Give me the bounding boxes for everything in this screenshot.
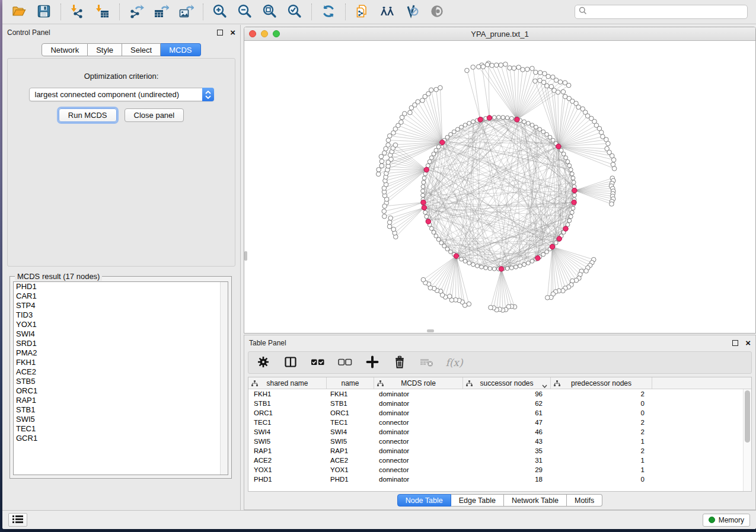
network-node[interactable] [465,68,470,73]
network-node[interactable] [554,241,558,245]
network-node[interactable] [545,84,550,88]
tab-style[interactable]: Style [88,43,122,56]
network-node[interactable] [503,62,508,67]
delete-column-button[interactable] [391,354,409,371]
network-node[interactable] [388,216,393,220]
network-node[interactable] [494,63,499,68]
network-node[interactable] [567,219,572,223]
network-hub-node[interactable] [499,267,503,271]
network-node[interactable] [501,116,505,120]
mcds-result-item[interactable]: PHD1 [14,282,228,291]
network-node[interactable] [551,138,555,142]
network-node[interactable] [541,130,546,134]
network-hub-node[interactable] [535,256,540,261]
float-window-icon[interactable] [732,340,738,346]
network-node[interactable] [497,116,501,120]
close-panel-icon[interactable]: × [745,340,751,346]
table-row[interactable]: PHD1PHD1dominator180 [248,475,743,484]
network-node[interactable] [569,214,573,219]
mcds-result-item[interactable]: SWI4 [14,329,228,339]
network-node[interactable] [382,150,387,155]
network-node[interactable] [480,265,484,269]
network-node[interactable] [570,172,574,176]
column-header-mcds-role[interactable]: MCDS role [374,377,463,389]
network-node[interactable] [545,250,549,254]
network-node[interactable] [489,305,493,310]
mcds-result-item[interactable]: ACE2 [14,367,228,377]
network-node[interactable] [389,157,394,162]
network-node[interactable] [490,63,495,68]
network-node[interactable] [538,70,543,75]
network-node[interactable] [445,247,449,251]
network-node[interactable] [436,145,441,149]
network-node[interactable] [606,141,611,146]
network-node[interactable] [538,127,542,132]
tab-motifs[interactable]: Motifs [567,494,602,507]
network-node[interactable] [499,63,503,68]
network-hub-node[interactable] [454,254,458,258]
network-node[interactable] [471,262,476,267]
network-node[interactable] [572,180,576,184]
network-node[interactable] [387,220,392,225]
table-row[interactable]: SWI4SWI4dominator462 [248,427,743,437]
network-hub-node[interactable] [550,244,554,249]
search-input[interactable] [590,7,744,17]
network-node[interactable] [573,193,577,197]
network-node[interactable] [530,66,535,71]
network-node[interactable] [530,123,534,127]
network-node[interactable] [548,135,552,139]
network-node[interactable] [561,89,566,94]
mcds-result-item[interactable]: STB5 [14,377,228,386]
mcds-result-item[interactable]: RAP1 [14,396,228,405]
tab-select[interactable]: Select [122,43,161,56]
network-hub-node[interactable] [424,167,429,172]
network-node[interactable] [421,189,425,193]
network-node[interactable] [522,262,527,267]
network-node[interactable] [449,133,453,137]
network-node[interactable] [534,70,538,75]
network-node[interactable] [541,252,546,257]
network-node[interactable] [558,80,563,85]
zoom-selected-button[interactable] [284,2,305,22]
network-node[interactable] [484,266,488,270]
network-node[interactable] [481,65,486,69]
network-hub-node[interactable] [556,144,561,149]
network-node[interactable] [485,62,490,67]
import-table-button[interactable] [92,2,113,22]
export-image-button[interactable] [176,2,197,22]
network-node[interactable] [387,134,392,139]
mcds-result-item[interactable]: STB1 [14,405,228,415]
tab-network[interactable]: Network [42,43,88,56]
network-node[interactable] [571,206,575,210]
delete-table-button[interactable] [418,354,436,371]
tab-edge-table[interactable]: Edge Table [451,494,504,507]
window-minimize-icon[interactable] [261,30,268,37]
refresh-view-button[interactable] [318,2,339,22]
hide-graphics-details-button[interactable] [401,2,423,22]
network-node[interactable] [612,166,617,171]
network-node[interactable] [376,172,381,177]
mcds-result-item[interactable]: FKH1 [14,358,228,367]
network-node[interactable] [571,176,575,180]
tab-node-table[interactable]: Node Table [397,494,451,507]
network-node[interactable] [421,277,426,282]
table-row[interactable]: SWI5SWI5connector431 [248,437,743,446]
close-panel-icon[interactable]: × [230,30,235,36]
network-hub-node[interactable] [572,188,577,193]
network-node[interactable] [428,159,432,164]
network-node[interactable] [476,65,481,69]
network-hub-node[interactable] [557,236,562,241]
network-node[interactable] [545,296,550,300]
network-node[interactable] [512,66,516,70]
mcds-result-item[interactable]: SRD1 [14,339,228,348]
network-hub-node[interactable] [572,200,576,204]
network-node[interactable] [421,193,425,197]
network-node[interactable] [379,154,384,159]
network-node[interactable] [534,125,538,129]
network-node[interactable] [382,214,387,219]
window-close-icon[interactable] [249,30,256,37]
network-hub-node[interactable] [478,117,483,122]
network-node[interactable] [447,294,452,299]
table-row[interactable]: TEC1TEC1connector472 [248,418,743,427]
zoom-fit-button[interactable] [259,2,280,22]
